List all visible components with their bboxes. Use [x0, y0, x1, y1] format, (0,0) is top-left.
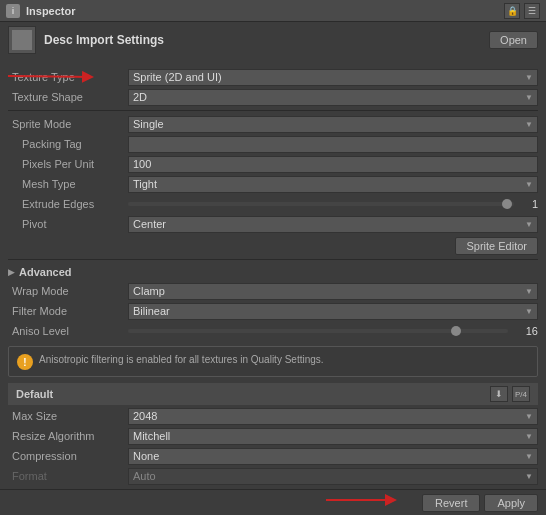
- wrap-mode-label: Wrap Mode: [8, 285, 128, 297]
- sprite-mode-dropdown[interactable]: Single ▼: [128, 116, 538, 133]
- packing-tag-label: Packing Tag: [8, 138, 128, 150]
- chevron-down-icon8: ▼: [525, 412, 533, 421]
- compression-dropdown[interactable]: None ▼: [128, 448, 538, 465]
- aniso-level-row: Aniso Level 16: [8, 322, 538, 340]
- mesh-type-row: Mesh Type Tight ▼: [8, 175, 538, 193]
- title-bar-text: Inspector: [26, 5, 76, 17]
- wrap-mode-control: Clamp ▼: [128, 283, 538, 300]
- texture-shape-label: Texture Shape: [8, 91, 128, 103]
- aniso-thumb: [451, 326, 461, 336]
- texture-shape-row: Texture Shape 2D ▼: [8, 88, 538, 106]
- filter-mode-dropdown[interactable]: Bilinear ▼: [128, 303, 538, 320]
- revert-button[interactable]: Revert: [422, 494, 480, 512]
- chevron-down-icon3: ▼: [525, 120, 533, 129]
- filter-mode-control: Bilinear ▼: [128, 303, 538, 320]
- pivot-control: Center ▼: [128, 216, 538, 233]
- bottom-arrow-indicator: [321, 491, 401, 509]
- max-size-label: Max Size: [8, 410, 128, 422]
- resize-algorithm-control: Mitchell ▼: [128, 428, 538, 445]
- compression-row: Compression None ▼: [8, 447, 538, 465]
- platform-label: Default: [16, 388, 53, 400]
- compression-control: None ▼: [128, 448, 538, 465]
- open-button[interactable]: Open: [489, 31, 538, 49]
- pivot-row: Pivot Center ▼: [8, 215, 538, 233]
- extrude-edges-row: Extrude Edges 1: [8, 195, 538, 213]
- filter-mode-label: Filter Mode: [8, 305, 128, 317]
- aniso-slider[interactable]: [128, 329, 508, 333]
- title-bar: i Inspector 🔒 ☰: [0, 0, 546, 22]
- sprite-editor-container: Sprite Editor: [8, 237, 538, 255]
- platform-row: Default ⬇ P/4: [8, 383, 538, 405]
- aniso-level-control: 16: [128, 325, 538, 337]
- menu-icon[interactable]: ☰: [524, 3, 540, 19]
- aniso-level-label: Aniso Level: [8, 325, 128, 337]
- asset-header: Desc Import Settings Open: [0, 22, 546, 58]
- chevron-down-icon5: ▼: [525, 220, 533, 229]
- packing-tag-input[interactable]: [128, 136, 538, 153]
- lock-icon[interactable]: 🔒: [504, 3, 520, 19]
- texture-type-label: Texture Type: [8, 71, 128, 83]
- pixels-per-unit-label: Pixels Per Unit: [8, 158, 128, 170]
- slider-thumb: [502, 199, 512, 209]
- chevron-down-icon2: ▼: [525, 93, 533, 102]
- advanced-label: Advanced: [19, 266, 72, 278]
- download-icon[interactable]: ⬇: [490, 386, 508, 402]
- sprite-mode-control: Single ▼: [128, 116, 538, 133]
- texture-type-row: Texture Type Sprite (2D and UI) ▼: [8, 68, 538, 86]
- sprite-mode-label: Sprite Mode: [8, 118, 128, 130]
- pivot-dropdown[interactable]: Center ▼: [128, 216, 538, 233]
- texture-type-dropdown[interactable]: Sprite (2D and UI) ▼: [128, 69, 538, 86]
- pixels-per-unit-row: Pixels Per Unit: [8, 155, 538, 173]
- max-size-row: Max Size 2048 ▼: [8, 407, 538, 425]
- divider2: [8, 259, 538, 260]
- max-size-dropdown[interactable]: 2048 ▼: [128, 408, 538, 425]
- title-bar-actions: 🔒 ☰: [504, 3, 540, 19]
- mesh-type-control: Tight ▼: [128, 176, 538, 193]
- divider1: [8, 110, 538, 111]
- inspector-content: Texture Type Sprite (2D and UI) ▼ Textur…: [0, 58, 546, 513]
- chevron-down-icon4: ▼: [525, 180, 533, 189]
- chevron-down-icon7: ▼: [525, 307, 533, 316]
- chevron-down-icon9: ▼: [525, 432, 533, 441]
- texture-shape-control: 2D ▼: [128, 89, 538, 106]
- chevron-down-icon6: ▼: [525, 287, 533, 296]
- mesh-type-label: Mesh Type: [8, 178, 128, 190]
- wrap-mode-dropdown[interactable]: Clamp ▼: [128, 283, 538, 300]
- texture-shape-dropdown[interactable]: 2D ▼: [128, 89, 538, 106]
- extrude-edges-slider[interactable]: [128, 202, 514, 206]
- texture-type-control: Sprite (2D and UI) ▼: [128, 69, 538, 86]
- filter-mode-row: Filter Mode Bilinear ▼: [8, 302, 538, 320]
- bottom-bar: Revert Apply: [0, 489, 546, 515]
- advanced-section-header[interactable]: ▶ Advanced: [8, 266, 538, 278]
- warning-icon: !: [17, 354, 33, 370]
- apply-button[interactable]: Apply: [484, 494, 538, 512]
- resize-algorithm-row: Resize Algorithm Mitchell ▼: [8, 427, 538, 445]
- info-text: Anisotropic filtering is enabled for all…: [39, 353, 324, 367]
- sprite-mode-row: Sprite Mode Single ▼: [8, 115, 538, 133]
- resize-algorithm-label: Resize Algorithm: [8, 430, 128, 442]
- asset-title: Desc Import Settings: [44, 33, 164, 47]
- extrude-edges-value: 1: [518, 198, 538, 210]
- format-dropdown[interactable]: Auto ▼: [128, 468, 538, 485]
- compression-label: Compression: [8, 450, 128, 462]
- triangle-icon: ▶: [8, 267, 15, 277]
- asset-thumbnail: [8, 26, 36, 54]
- format-row: Format Auto ▼: [8, 467, 538, 485]
- format-label: Format: [8, 470, 128, 482]
- inspector-icon: i: [6, 4, 20, 18]
- resize-algorithm-dropdown[interactable]: Mitchell ▼: [128, 428, 538, 445]
- chevron-down-icon11: ▼: [525, 472, 533, 481]
- platform-select-icon[interactable]: P/4: [512, 386, 530, 402]
- pixels-per-unit-control: [128, 156, 538, 173]
- aniso-level-value: 16: [512, 325, 538, 337]
- chevron-down-icon10: ▼: [525, 452, 533, 461]
- chevron-down-icon: ▼: [525, 73, 533, 82]
- mesh-type-dropdown[interactable]: Tight ▼: [128, 176, 538, 193]
- sprite-editor-button[interactable]: Sprite Editor: [455, 237, 538, 255]
- extrude-edges-label: Extrude Edges: [8, 198, 128, 210]
- format-control: Auto ▼: [128, 468, 538, 485]
- pixels-per-unit-input[interactable]: [128, 156, 538, 173]
- pivot-label: Pivot: [8, 218, 128, 230]
- platform-actions: ⬇ P/4: [490, 386, 530, 402]
- packing-tag-control: [128, 136, 538, 153]
